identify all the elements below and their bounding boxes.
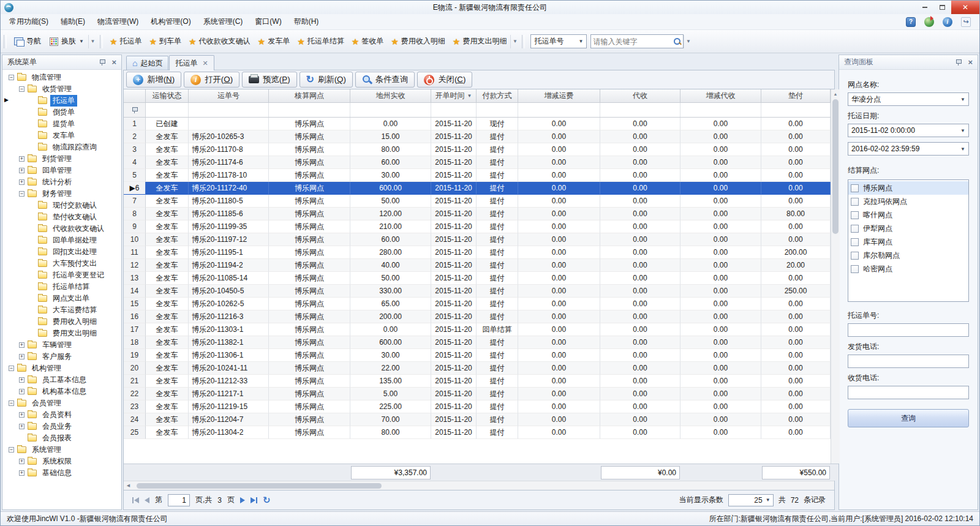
receiver-phone-input[interactable] xyxy=(848,386,969,399)
table-row[interactable]: 13全发车博乐20-11085-14博乐网点50.002015-11-20提付0… xyxy=(124,272,831,285)
tree-item[interactable]: +车辆管理 xyxy=(2,339,121,351)
tree-item[interactable]: −财务管理 xyxy=(2,188,121,200)
menu-item[interactable]: 窗口(W) xyxy=(249,14,287,29)
minimize-button[interactable] xyxy=(916,1,933,14)
page-number-input[interactable] xyxy=(168,494,190,506)
tree-item[interactable]: −物流管理 xyxy=(2,72,121,83)
filter-cell[interactable] xyxy=(600,103,680,117)
skin-button[interactable]: 换肤 ▼ xyxy=(45,34,88,49)
menu-item[interactable]: 系统管理(C) xyxy=(197,14,249,29)
query-button[interactable]: 条件查询 xyxy=(355,72,415,88)
tree-item[interactable]: +系统权限 xyxy=(2,456,121,467)
column-header[interactable]: 地州实收 xyxy=(350,89,431,102)
scrollbar-thumb[interactable] xyxy=(832,99,839,234)
filter-cell[interactable] xyxy=(680,103,761,117)
expand-toggle-icon[interactable]: + xyxy=(19,459,24,464)
site-name-select[interactable]: 华凌分点 ▼ xyxy=(848,92,969,106)
table-row[interactable]: 20全发车博乐20-10241-11博乐网点22.002015-11-20提付0… xyxy=(124,362,831,375)
table-row[interactable]: 24全发车博乐20-11204-7博乐网点70.002015-11-20提付0.… xyxy=(124,413,831,426)
first-page-button[interactable] xyxy=(132,497,139,503)
favorite-shortcut[interactable]: ★到车单 xyxy=(145,34,185,49)
pin-icon[interactable] xyxy=(956,59,962,66)
next-page-button[interactable] xyxy=(240,497,245,503)
table-row[interactable]: 21全发车博乐20-11212-33博乐网点135.002015-11-20提付… xyxy=(124,375,831,388)
settle-site-item[interactable]: 库尔勒网点 xyxy=(848,249,968,262)
help-doc-icon[interactable] xyxy=(906,17,916,27)
table-row[interactable]: 22全发车博乐20-11217-1博乐网点5.002015-11-20提付0.0… xyxy=(124,388,831,400)
column-header[interactable]: 运单号 xyxy=(189,89,269,102)
waybill-no-input[interactable] xyxy=(848,323,969,337)
prev-page-button[interactable] xyxy=(145,497,149,503)
checkbox-icon[interactable] xyxy=(851,265,859,273)
tree-item[interactable]: 发车单 xyxy=(2,130,121,141)
expand-toggle-icon[interactable]: + xyxy=(19,179,24,185)
favorite-shortcut[interactable]: ★签收单 xyxy=(348,34,388,49)
expand-toggle-icon[interactable]: + xyxy=(19,354,24,359)
refresh-button[interactable]: ↻刷新(Q) xyxy=(300,72,353,88)
menu-item[interactable]: 辅助(E) xyxy=(55,14,91,29)
filter-cell[interactable] xyxy=(189,103,269,117)
filter-cell[interactable] xyxy=(761,103,831,117)
column-header[interactable]: 运输状态 xyxy=(146,89,189,102)
table-row[interactable]: 9全发车博乐20-11199-35博乐网点210.002015-11-20提付0… xyxy=(124,220,831,233)
favorite-shortcut[interactable]: ★托运单 xyxy=(106,34,146,49)
table-row[interactable]: 23全发车博乐20-11219-15博乐网点225.002015-11-20提付… xyxy=(124,400,831,413)
tree-item[interactable]: 费用收入明细 xyxy=(2,316,121,328)
filter-cell[interactable] xyxy=(518,103,600,117)
table-row[interactable]: 5全发车博乐20-11178-10博乐网点30.002015-11-20提付0.… xyxy=(124,169,831,182)
tree-item[interactable]: 托运单变更登记 xyxy=(2,269,121,281)
table-row[interactable]: 16全发车博乐20-11216-3博乐网点200.002015-11-20提付0… xyxy=(124,310,831,323)
expand-toggle-icon[interactable]: − xyxy=(19,86,24,92)
table-row[interactable]: 11全发车博乐20-11195-1博乐网点280.002015-11-20提付0… xyxy=(124,246,831,259)
menu-item[interactable]: 帮助(H) xyxy=(288,14,325,29)
expand-toggle-icon[interactable]: − xyxy=(9,75,14,80)
search-input[interactable] xyxy=(593,37,673,46)
tree-item[interactable]: 提货单 xyxy=(2,118,121,130)
tree-item[interactable]: 回单单据处理 xyxy=(2,235,121,246)
page-size-select[interactable]: 25 ▼ xyxy=(728,494,774,506)
checkbox-icon[interactable] xyxy=(851,198,859,206)
tree-item[interactable]: −系统管理 xyxy=(2,444,121,456)
tree-item[interactable]: +统计分析 xyxy=(2,176,121,188)
about-icon[interactable] xyxy=(943,17,952,27)
checkbox-icon[interactable] xyxy=(851,184,859,192)
tree-item[interactable]: 托运单结算 xyxy=(2,281,121,293)
table-row[interactable]: ▶6全发车博乐20-11172-40博乐网点600.002015-11-20提付… xyxy=(124,182,831,195)
table-row[interactable]: 14全发车博乐20-10450-5博乐网点330.002015-11-20提付0… xyxy=(124,285,831,298)
tree-item[interactable]: ▶托运单 xyxy=(2,95,121,107)
tree-item[interactable]: +客户服务 xyxy=(2,351,121,363)
expand-toggle-icon[interactable]: + xyxy=(19,424,24,429)
expand-toggle-icon[interactable]: + xyxy=(19,377,24,383)
tree-item[interactable]: +机构基本信息 xyxy=(2,386,121,397)
expand-toggle-icon[interactable]: + xyxy=(19,389,24,394)
tree-item[interactable]: 垫付收支确认 xyxy=(2,211,121,223)
tree-item[interactable]: −会员管理 xyxy=(2,397,121,409)
column-header[interactable]: 增减运费 xyxy=(518,89,600,102)
tree-item[interactable]: 费用支出明细 xyxy=(2,328,121,339)
favorite-shortcut[interactable]: ★代收款收支确认 xyxy=(185,34,254,49)
favorite-shortcut[interactable]: ★托运单结算 xyxy=(293,34,348,49)
favorite-shortcut[interactable]: ★费用支出明细 xyxy=(449,34,511,49)
column-header[interactable]: 垫付 xyxy=(761,89,831,102)
close-button[interactable]: ✕ xyxy=(951,1,979,14)
query-button[interactable]: 查询 xyxy=(848,409,969,427)
favorites-overflow-button[interactable]: ▼ xyxy=(510,35,519,48)
settle-site-item[interactable]: 博乐网点 xyxy=(848,181,968,195)
expand-toggle-icon[interactable]: − xyxy=(9,400,14,406)
preview-button[interactable]: 预览(P) xyxy=(242,72,296,88)
table-row[interactable]: 17全发车博乐20-11303-1博乐网点0.002015-11-20回单结算0… xyxy=(124,323,831,336)
filter-cell[interactable] xyxy=(350,103,431,117)
tree-item[interactable]: +回单管理 xyxy=(2,165,121,176)
tab-waybill[interactable]: 托运单✕ xyxy=(169,55,214,70)
tree-item[interactable]: 回扣支出处理 xyxy=(2,246,121,258)
table-row[interactable]: 10全发车博乐20-11197-12博乐网点60.002015-11-20提付0… xyxy=(124,233,831,246)
maximize-button[interactable] xyxy=(933,1,951,14)
table-row[interactable]: 8全发车博乐20-11185-6博乐网点120.002015-11-20提付0.… xyxy=(124,208,831,220)
table-row[interactable]: 18全发车博乐20-11382-1博乐网点600.002015-11-20提付0… xyxy=(124,336,831,349)
expand-toggle-icon[interactable]: + xyxy=(19,156,24,162)
settle-site-item[interactable]: 克拉玛依网点 xyxy=(848,195,968,208)
column-header[interactable]: 开单时间▼ xyxy=(431,89,477,102)
horizontal-scrollbar[interactable]: ◀ xyxy=(124,481,834,490)
close-icon[interactable]: × xyxy=(111,58,116,66)
tab-home[interactable]: ⌂起始页 xyxy=(126,56,168,70)
